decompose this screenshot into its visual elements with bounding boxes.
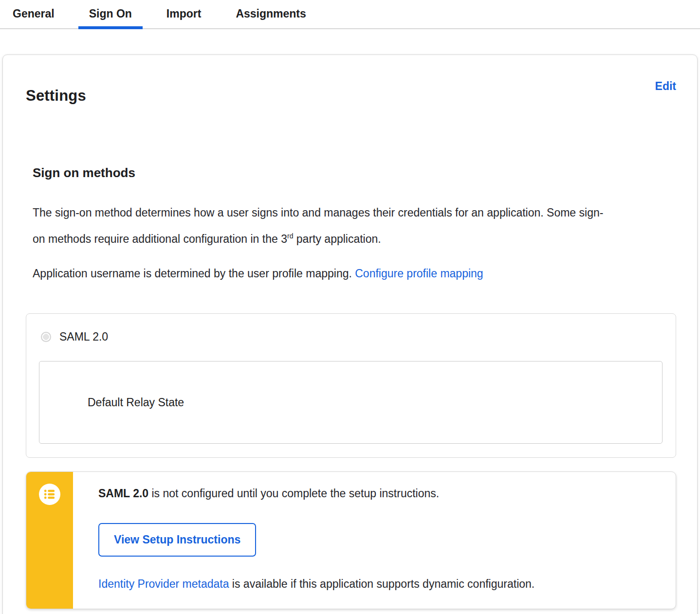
callout-message-rest: is not configured until you complete the… (148, 487, 439, 500)
identity-provider-metadata-link[interactable]: Identity Provider metadata (98, 578, 229, 590)
metadata-line: Identity Provider metadata is available … (98, 578, 656, 591)
metadata-line-rest: is available if this application support… (229, 578, 534, 590)
saml-option-box: SAML 2.0 Default Relay State (26, 313, 676, 458)
tab-import[interactable]: Import (156, 0, 212, 28)
callout-message: SAML 2.0 is not configured until you com… (98, 487, 656, 500)
tab-general[interactable]: General (2, 0, 65, 28)
saml-option-label: SAML 2.0 (59, 330, 108, 343)
callout-body: SAML 2.0 is not configured until you com… (73, 472, 676, 609)
default-relay-state-label: Default Relay State (88, 396, 184, 409)
app-tab-bar: General Sign On Import Assignments (0, 0, 700, 29)
tab-general-label: General (13, 7, 55, 20)
saml-setup-callout: SAML 2.0 is not configured until you com… (26, 471, 676, 609)
sign-on-methods-heading: Sign on methods (33, 165, 676, 181)
description-text-end: party application. (293, 232, 381, 245)
default-relay-state-box: Default Relay State (39, 361, 663, 444)
saml-radio-row: SAML 2.0 (39, 330, 663, 343)
edit-link[interactable]: Edit (655, 80, 676, 93)
tab-sign-on-label: Sign On (89, 7, 132, 20)
description-superscript: rd (287, 232, 293, 240)
callout-warning-strip (26, 472, 73, 609)
view-setup-instructions-button[interactable]: View Setup Instructions (98, 523, 256, 557)
saml-radio-button[interactable] (41, 332, 51, 342)
username-mapping-line: Application username is determined by th… (33, 262, 612, 285)
settings-card-header: Settings Edit (26, 77, 676, 115)
settings-card: Settings Edit Sign on methods The sign-o… (2, 54, 698, 614)
tab-assignments-label: Assignments (236, 7, 306, 20)
active-tab-indicator (78, 26, 143, 29)
list-icon (39, 484, 60, 505)
username-mapping-text: Application username is determined by th… (33, 267, 355, 280)
sign-on-methods-description: The sign-on method determines how a user… (33, 201, 612, 251)
configure-profile-mapping-link[interactable]: Configure profile mapping (355, 267, 483, 280)
tab-sign-on[interactable]: Sign On (78, 0, 143, 28)
callout-message-bold: SAML 2.0 (98, 487, 148, 500)
tab-import-label: Import (166, 7, 202, 20)
tab-assignments[interactable]: Assignments (225, 0, 316, 28)
page-title: Settings (26, 87, 86, 105)
